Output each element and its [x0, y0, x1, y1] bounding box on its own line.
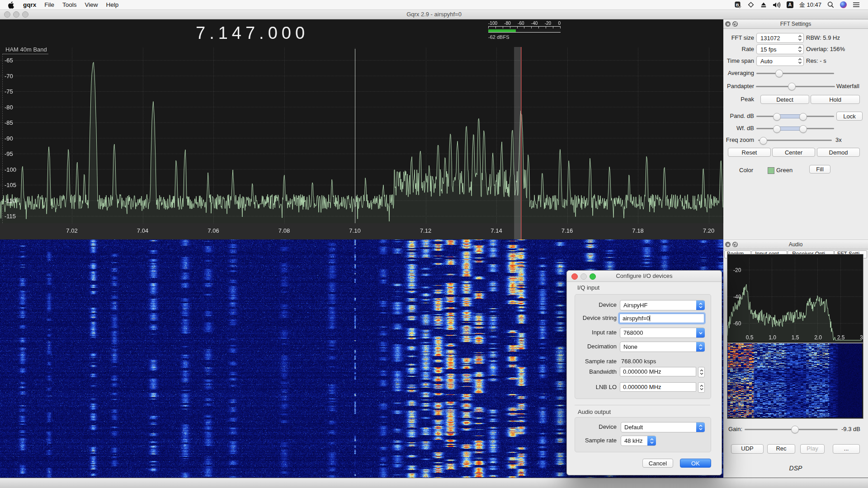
menu-clock[interactable]: 金 10:47: [799, 1, 821, 9]
audio-udp-button[interactable]: UDP: [731, 444, 764, 454]
lnb-lo-field[interactable]: 0.000000 MHz: [620, 382, 696, 392]
combo-down-arrow-icon: [696, 328, 705, 338]
pandapter-y-tick: -80: [5, 104, 13, 111]
audio-sample-rate-combo[interactable]: 48 kHz: [621, 436, 656, 446]
audio-play-button[interactable]: Play: [800, 444, 825, 454]
panel-float-icon[interactable]: [732, 21, 738, 27]
gain-knob[interactable]: [791, 426, 799, 433]
audio-device-combo[interactable]: Default: [621, 422, 705, 432]
pandapter-y-tick: -90: [5, 135, 13, 142]
audio-more-button[interactable]: ...: [833, 444, 860, 454]
bandwidth-spinner[interactable]: [698, 367, 705, 377]
lnb-lo-spinner[interactable]: [698, 382, 705, 393]
dsp-label: DSP: [723, 465, 868, 472]
pand-db-low-knob[interactable]: [773, 113, 781, 121]
iq-input-heading: I/Q input: [577, 284, 599, 291]
dialog-zoom-button[interactable]: [590, 273, 596, 280]
bandwidth-field[interactable]: 0.000000 MHz: [620, 367, 696, 376]
volume-icon[interactable]: [773, 1, 781, 9]
pandapter-x-tick: 7.08: [278, 227, 290, 234]
peak-hold-button[interactable]: Hold: [811, 95, 860, 104]
pandapter-x-tick: 7.14: [491, 227, 502, 234]
spinner-arrows-icon[interactable]: [796, 58, 803, 64]
menu-bar: gqrx File Tools View Help B A 金 10:47: [0, 0, 868, 10]
dialog-minimize-button[interactable]: [580, 273, 587, 280]
gain-value: -9.3 dB: [841, 426, 860, 432]
dbfs-meter-ruler: [488, 26, 561, 28]
menu-file[interactable]: File: [40, 0, 58, 9]
input-rate-combo[interactable]: 768000: [620, 328, 705, 338]
rate-label: Rate: [724, 44, 754, 54]
time-span-label: Time span: [724, 56, 754, 66]
cancel-button[interactable]: Cancel: [642, 459, 673, 468]
panel-close-icon[interactable]: [725, 21, 731, 27]
wf-db-high-knob[interactable]: [799, 125, 807, 133]
split-slider-knob[interactable]: [788, 83, 796, 90]
menu-view[interactable]: View: [81, 0, 102, 9]
eject-icon[interactable]: [760, 1, 767, 9]
spinner-arrows-icon[interactable]: [796, 46, 803, 52]
dbfs-tick-label: -20: [545, 21, 551, 26]
device-string-label: Device string: [576, 313, 617, 323]
ok-button[interactable]: OK: [680, 459, 711, 468]
device-string-field[interactable]: airspyhf=0: [619, 314, 704, 323]
color-swatch[interactable]: [768, 167, 774, 174]
wf-db-low-knob[interactable]: [773, 125, 781, 133]
diamond-icon[interactable]: [747, 1, 755, 9]
averaging-slider[interactable]: [756, 73, 834, 74]
overlap-readout: Overlap: 156%: [806, 44, 845, 54]
demod-button[interactable]: Demod: [817, 148, 860, 157]
panel-close-icon[interactable]: [725, 242, 731, 247]
dialog-close-button[interactable]: [571, 273, 578, 280]
window-zoom-button[interactable]: [22, 11, 28, 18]
spinner-arrows-icon[interactable]: [796, 35, 803, 41]
frequency-display[interactable]: 7.147.000: [196, 23, 309, 43]
dbfs-meter-fill: [488, 29, 516, 32]
window-title: Gqrx 2.9 - airspyhf=0: [0, 9, 868, 19]
panel-float-icon[interactable]: [732, 242, 738, 247]
input-source-icon[interactable]: A: [787, 1, 793, 9]
apple-menu[interactable]: [0, 1, 19, 9]
spotlight-search-icon[interactable]: [827, 1, 834, 9]
center-button[interactable]: Center: [772, 148, 815, 157]
pandapter-x-tick: 7.18: [632, 227, 643, 234]
fft-size-spinbox[interactable]: 131072: [756, 33, 804, 43]
audio-rec-button[interactable]: Rec: [767, 444, 795, 454]
rbw-readout: RBW: 5.9 Hz: [806, 33, 840, 43]
time-span-spinbox[interactable]: Auto: [756, 56, 804, 66]
freq-zoom-knob[interactable]: [760, 137, 767, 145]
device-combo[interactable]: AirspyHF: [620, 300, 705, 310]
pandapter-y-tick: -110: [5, 197, 16, 204]
freq-zoom-slider[interactable]: [758, 140, 832, 141]
window-minimize-button[interactable]: [13, 11, 19, 18]
menu-help[interactable]: Help: [102, 0, 123, 9]
pand-db-lock-button[interactable]: Lock: [836, 112, 863, 121]
sample-rate-label: Sample rate: [576, 357, 617, 366]
fft-size-label: FFT size: [724, 33, 754, 43]
averaging-slider-knob[interactable]: [775, 70, 783, 77]
fill-button[interactable]: Fill: [809, 165, 830, 174]
pand-db-high-knob[interactable]: [799, 113, 807, 121]
notification-center-icon[interactable]: [853, 1, 860, 9]
menu-tools[interactable]: Tools: [58, 0, 81, 9]
bandwidth-label: Bandwidth: [576, 367, 617, 376]
peak-detect-button[interactable]: Detect: [760, 95, 809, 104]
dialog-title-bar[interactable]: Configure I/O devices: [567, 271, 722, 282]
decimation-combo[interactable]: None: [620, 342, 705, 352]
dbfs-tick-label: -80: [504, 21, 510, 26]
pandapter-x-tick: 7.06: [208, 227, 219, 234]
b-badge-icon[interactable]: B: [735, 1, 741, 9]
pandapter-x-tick: 7.02: [66, 227, 77, 234]
window-title-bar: Gqrx 2.9 - airspyhf=0: [0, 9, 868, 19]
dbfs-readout: -62 dBFS: [488, 34, 561, 40]
siri-icon[interactable]: [840, 1, 847, 9]
window-close-button[interactable]: [4, 11, 10, 18]
pandapter-spectrum[interactable]: [0, 19, 723, 239]
freq-zoom-value: 3x: [835, 136, 842, 145]
rate-spinbox[interactable]: 15 fps: [756, 44, 804, 54]
res-readout: Res: - s: [806, 56, 826, 66]
audio-spectrum: [727, 254, 862, 342]
dbfs-meter: -100-80-60-40-200 -62 dBFS: [488, 21, 561, 40]
menu-gqrx[interactable]: gqrx: [19, 0, 40, 9]
reset-button[interactable]: Reset: [728, 148, 771, 157]
